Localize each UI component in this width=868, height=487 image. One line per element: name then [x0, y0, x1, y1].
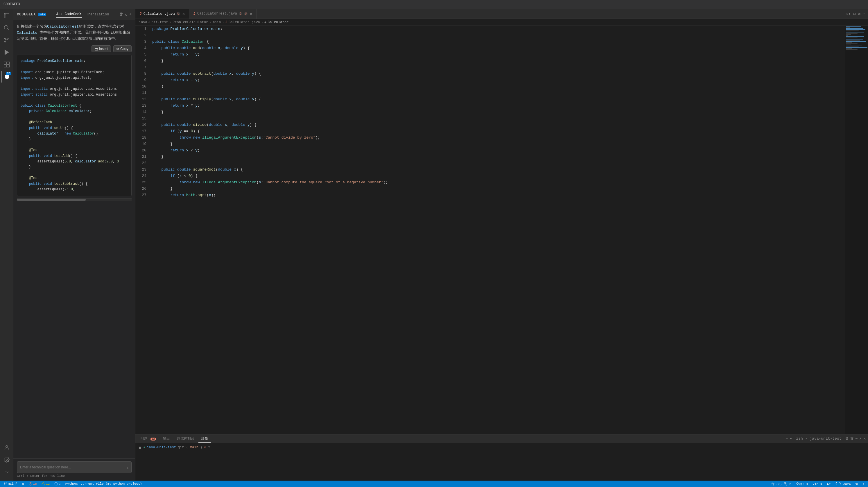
breadcrumb-file[interactable]: Calculator.java [228, 20, 260, 24]
files-icon[interactable] [1, 10, 12, 22]
line-9: return x - y; [152, 77, 842, 83]
code-line-10: private Calculator calculator; [21, 109, 128, 114]
java-file-icon-2: J [193, 11, 195, 16]
split-editor-icon[interactable]: ⊟ [853, 11, 856, 16]
copy-icon: ⧉ [117, 47, 119, 51]
source-control-icon[interactable] [1, 34, 12, 46]
status-sync[interactable]: ⚙ [21, 482, 25, 486]
beta-badge: beta [38, 13, 46, 16]
terminal-path: java-unit-test [147, 445, 176, 450]
refresh-icon[interactable]: ↻ [125, 12, 127, 17]
terminal-modified-icon: ✕ [204, 445, 206, 450]
status-spaces[interactable]: 空格: 4 [795, 482, 809, 486]
code-line-14: calculator = new Calculator(); [21, 131, 128, 136]
pu-icon[interactable]: PU [1, 466, 12, 478]
close-terminal-icon[interactable]: ✕ [863, 436, 866, 441]
copy-button[interactable]: ⧉ Copy [113, 45, 132, 52]
java-file-icon: J [140, 11, 142, 16]
status-sync2[interactable]: ↑ [861, 482, 866, 486]
tab-calculator-java[interactable]: J Calculator.java U ✕ [135, 9, 189, 19]
breadcrumb-subfolder[interactable]: main [213, 20, 221, 24]
tab-ask-codegex[interactable]: Ask CodeGeeX [56, 11, 82, 18]
status-eol[interactable]: LF [826, 482, 832, 486]
breadcrumb-project[interactable]: java-unit-test [139, 20, 168, 24]
extensions-icon[interactable] [1, 59, 12, 70]
insert-icon: ⬒ [95, 47, 98, 51]
status-info[interactable]: 2 [53, 482, 62, 486]
code-line-5 [21, 81, 128, 86]
status-python[interactable]: Python: Current File (my-python-project) [64, 482, 143, 486]
status-encoding[interactable]: UTF-8 [811, 482, 823, 486]
code-editor[interactable]: 12345 678910 1112131415 1617181920 21222… [135, 26, 845, 434]
account-icon[interactable] [1, 442, 12, 453]
terminal-arrow: ➜ [143, 445, 145, 450]
terminal-branch: main [190, 445, 198, 450]
status-errors[interactable]: 18 [28, 482, 38, 486]
scrollbar-h[interactable] [17, 199, 132, 201]
add-icon[interactable]: + [129, 12, 132, 17]
clear-icon[interactable]: 🗑 [119, 12, 123, 17]
breadcrumb-symbol[interactable]: Calculator [268, 20, 288, 24]
line-25: throw new IllegalArgumentException(s:"Ca… [152, 179, 842, 186]
tab-calculatortest-java[interactable]: J CalculatorTest.java 5 U ✕ [189, 9, 256, 19]
status-position[interactable]: 行 33, 列 2 [770, 482, 792, 486]
bottom-panel: 问题 32 输出 调试控制台 终端 + ▾ zsh - java-unit-te… [135, 434, 868, 481]
main-layout: 87 PU CODEGEEX beta As [0, 9, 868, 481]
code-line-13: public void setUp() { [21, 125, 128, 131]
close-editors-icon[interactable]: ⊠ [858, 11, 860, 16]
breadcrumb-symbol-icon: ◈ [265, 20, 267, 24]
line-11 [152, 90, 842, 96]
status-language[interactable]: { } Java [834, 482, 852, 486]
status-branch[interactable]: main* [2, 482, 19, 486]
code-line-4: import org.junit.jupiter.api.Test; [21, 75, 128, 81]
input-wrapper: ↵ [17, 461, 132, 473]
code-line-23: public void testSubtract() { [21, 181, 128, 187]
line-numbers: 12345 678910 1112131415 1617181920 21222… [135, 26, 150, 434]
tab-calculator-close[interactable]: ✕ [182, 11, 185, 16]
panel-header-icons: 🗑 ↻ + [119, 12, 132, 17]
line-13: return x * y; [152, 102, 842, 109]
maximize-terminal-icon[interactable]: ∧ [859, 436, 862, 441]
tab-translation[interactable]: Translation [85, 11, 110, 18]
status-warnings[interactable]: 12 [40, 482, 51, 486]
code-line-15: } [21, 136, 128, 142]
new-terminal-icon[interactable]: + [786, 436, 788, 441]
search-icon[interactable] [1, 22, 12, 34]
line-2 [152, 32, 842, 39]
codegex-icon[interactable]: 87 [1, 71, 12, 83]
svg-rect-8 [7, 62, 9, 64]
split-terminal-icon[interactable]: ▾ [790, 436, 792, 441]
panel-tab-problems[interactable]: 问题 32 [138, 435, 159, 442]
run-debug-icon[interactable] [1, 47, 12, 58]
status-format[interactable]: ⟲ [854, 482, 859, 486]
status-bar-right: 行 33, 列 2 空格: 4 UTF-8 LF { } Java ⟲ ↑ [770, 482, 866, 486]
more-terminal-icon[interactable]: ⋯ [856, 436, 858, 441]
minimap-lines [846, 26, 867, 50]
editor-area: J Calculator.java U ✕ J CalculatorTest.j… [135, 9, 868, 481]
send-icon[interactable]: ↵ [127, 465, 129, 470]
panel-tab-bar: 问题 32 输出 调试控制台 终端 + ▾ zsh - java-unit-te… [135, 434, 868, 443]
panel-tab-terminal[interactable]: 终端 [198, 435, 211, 443]
activity-bar-bottom: PU [1, 442, 12, 481]
panel-tab-debug[interactable]: 调试控制台 [174, 435, 197, 442]
tab-calculatortest-close[interactable]: ✕ [250, 11, 252, 16]
codegex-panel: CODEGEEX beta Ask CodeGeeX Translation 🗑… [13, 9, 135, 481]
line-1: package ProblemCalculator.main; [152, 26, 842, 32]
breadcrumb-folder[interactable]: ProblemCalculator [173, 20, 208, 24]
activity-bar: 87 PU [0, 9, 13, 481]
chat-input[interactable] [17, 461, 132, 473]
terminal-circle [139, 447, 141, 449]
run-split-icon[interactable]: ▷▾ [846, 11, 851, 16]
panel-tab-output[interactable]: 输出 [160, 435, 173, 442]
insert-button[interactable]: ⬒ Insert [92, 45, 111, 52]
tab-calculatortest-badge: 5 [239, 12, 242, 16]
line-21: } [152, 154, 842, 160]
line-12: public double multiply(double x, double … [152, 96, 842, 102]
settings-icon[interactable] [1, 454, 12, 465]
trash-terminal-icon[interactable]: 🗑 [850, 436, 854, 441]
code-action-buttons: ⬒ Insert ⧉ Copy [17, 45, 132, 52]
panel-header: CODEGEEX beta Ask CodeGeeX Translation 🗑… [13, 9, 135, 20]
copy-terminal-icon[interactable]: ⧉ [846, 436, 848, 441]
code-line-9: public class CalculatorTest { [21, 103, 128, 109]
more-actions-icon[interactable]: ⋯ [863, 11, 865, 16]
